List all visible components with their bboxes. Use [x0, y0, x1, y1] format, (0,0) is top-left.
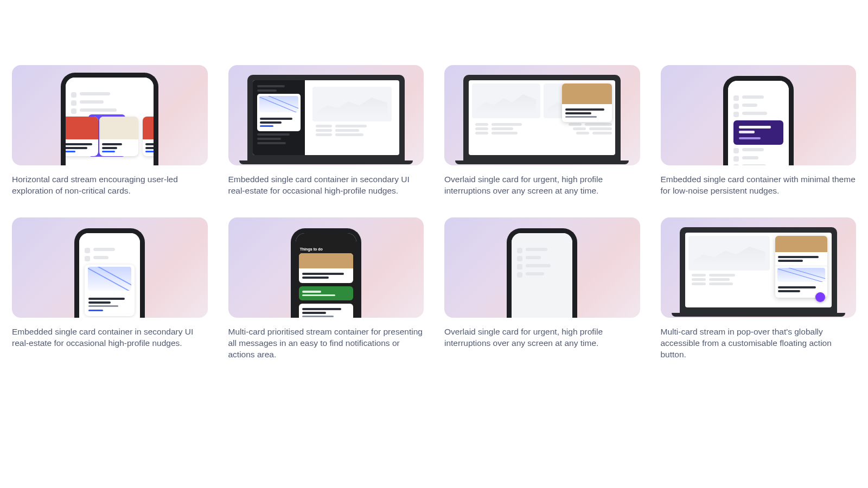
tile-multi-card-stream-phone: Things to do — [228, 217, 424, 361]
tile-horizontal-stream: Horizontal card stream encouraging user-… — [12, 65, 208, 197]
product-card — [99, 117, 138, 156]
tile-grid: Horizontal card stream encouraging user-… — [12, 65, 856, 361]
phone-device — [61, 73, 158, 165]
tile-illustration — [12, 65, 208, 165]
floating-action-button[interactable] — [815, 292, 825, 302]
popover-card-stream — [775, 236, 827, 298]
minimal-banner-card — [733, 120, 783, 145]
laptop-device — [455, 75, 629, 165]
tile-caption: Overlaid single card for urgent, high pr… — [444, 174, 640, 197]
tile-caption: Overlaid single card for urgent, high pr… — [444, 326, 640, 349]
embedded-card — [85, 265, 135, 316]
tile-illustration — [12, 217, 208, 318]
tile-caption: Embedded single card container with mini… — [661, 174, 857, 197]
tile-illustration: Things to do — [228, 217, 424, 318]
tile-illustration: Your 90 second Super fund performance up… — [444, 217, 640, 318]
phone-device — [723, 76, 794, 165]
product-card — [66, 117, 98, 156]
tile-caption: Multi-card prioritised stream container … — [228, 326, 424, 361]
card-stream: Things to do — [296, 245, 356, 318]
phone-device: Things to do — [291, 228, 361, 318]
stream-card — [299, 286, 353, 300]
tile-illustration — [661, 65, 857, 165]
tile-caption: Multi-card stream in pop-over that's glo… — [661, 326, 857, 361]
tile-illustration — [444, 65, 640, 165]
stream-heading: Things to do — [299, 245, 353, 253]
stream-card — [299, 304, 353, 318]
stream-card — [299, 253, 353, 283]
tile-caption: Horizontal card stream encouraging user-… — [12, 174, 208, 197]
laptop-device — [672, 227, 845, 318]
dark-sidebar — [253, 80, 305, 155]
product-card — [143, 117, 154, 156]
tile-embedded-phone: Embedded single card container in second… — [12, 217, 208, 361]
tile-embedded-laptop: Embedded single card container in second… — [228, 65, 424, 197]
tile-overlay-sheet-phone: Your 90 second Super fund performance up… — [444, 217, 640, 361]
tile-overlay-laptop: Overlaid single card for urgent, high pr… — [444, 65, 640, 197]
phone-device — [74, 228, 145, 318]
tile-illustration — [661, 217, 857, 318]
tile-caption: Embedded single card container in second… — [12, 326, 208, 349]
embedded-card — [257, 94, 301, 131]
tile-popover-fab-laptop: Multi-card stream in pop-over that's glo… — [661, 217, 857, 361]
tile-minimal-banner-phone: Embedded single card container with mini… — [661, 65, 857, 197]
laptop-device — [239, 75, 413, 165]
tile-caption: Embedded single card container in second… — [228, 174, 424, 197]
overlay-card — [562, 84, 612, 122]
phone-device: Your 90 second Super fund performance up… — [507, 228, 577, 318]
horizontal-card-stream — [66, 117, 154, 156]
tile-illustration — [228, 65, 424, 165]
